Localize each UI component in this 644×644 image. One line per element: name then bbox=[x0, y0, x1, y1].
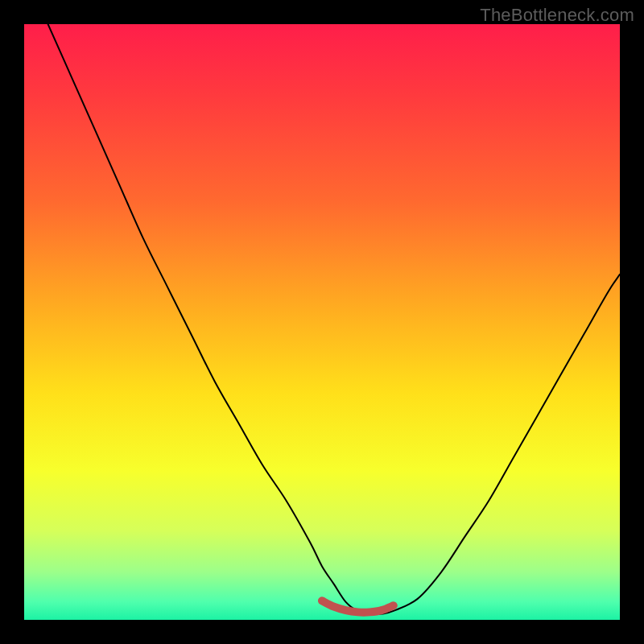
chart-frame: TheBottleneck.com bbox=[0, 0, 644, 644]
watermark-text: TheBottleneck.com bbox=[480, 5, 634, 26]
plot-area bbox=[24, 24, 620, 620]
bottleneck-curve bbox=[48, 24, 620, 614]
highlight-segment bbox=[322, 601, 394, 612]
curve-layer bbox=[24, 24, 620, 620]
